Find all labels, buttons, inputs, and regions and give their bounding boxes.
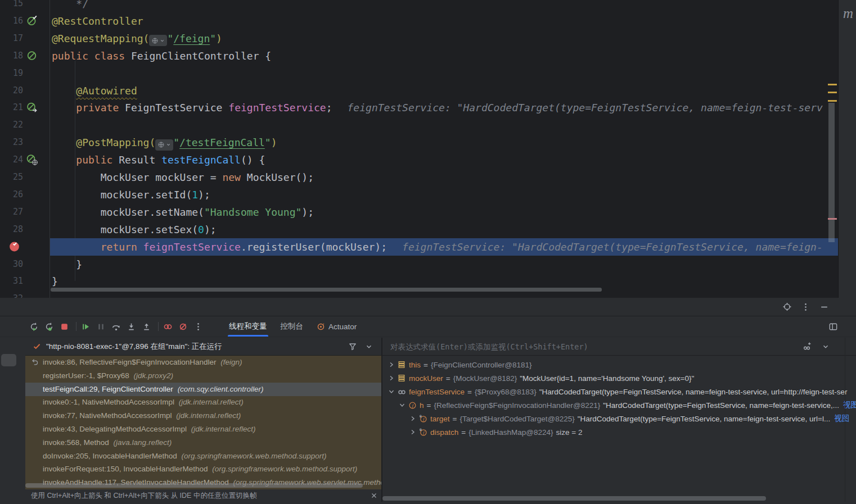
line-number[interactable]: 17 (0, 30, 23, 47)
line-number[interactable]: 15 (0, 0, 23, 12)
thread-selector[interactable]: "http-nio-8081-exec-1"@7,896 在组"main": 正… (25, 338, 381, 356)
bean-arrow-icon[interactable] (26, 101, 38, 113)
stop-icon[interactable] (60, 322, 69, 332)
code-line-25[interactable]: 25 MockUser mockUser = new MockUser(); (0, 169, 838, 186)
code-line-23[interactable]: 23 @PostMapping("/testFeignCall") (0, 134, 838, 151)
chevron-down-icon[interactable] (388, 388, 395, 395)
line-number[interactable]: 24 (0, 151, 23, 169)
stack-frame-row[interactable]: invoke:568, Method (java.lang.reflect) (25, 436, 381, 449)
line-number[interactable]: 20 (0, 82, 23, 99)
mute-breakpoints-icon[interactable] (178, 322, 188, 332)
code-line-27[interactable]: 27 mockUser.setName("Handsome Young"); (0, 203, 838, 221)
minimize-icon[interactable] (819, 302, 829, 312)
code-line-16[interactable]: 16@RestController (0, 12, 838, 30)
stack-frame-row[interactable]: testFeignCall:29, FeignClientController … (25, 383, 381, 396)
variable-row-feignTestService[interactable]: feignTestService={$Proxy68@8183}"HardCod… (382, 385, 856, 398)
layout-icon[interactable] (828, 322, 838, 332)
line-number[interactable]: 30 (0, 256, 23, 273)
step-into-icon[interactable] (127, 322, 136, 332)
editor-vertical-scrollbar[interactable] (828, 103, 835, 242)
stack-frame-row[interactable]: invoke:77, NativeMethodAccessorImpl (jdk… (25, 409, 381, 423)
toolwindow-stripe-button[interactable] (1, 354, 16, 366)
chevron-right-icon[interactable] (388, 361, 395, 368)
code-line-29[interactable]: return feignTestService.registerUser(moc… (0, 238, 838, 256)
code-line-19[interactable]: 19 (0, 65, 838, 82)
stack-frame-row[interactable]: invoke0:-1, NativeMethodAccessorImpl (jd… (25, 396, 381, 409)
stack-frame-row[interactable]: invokeForRequest:150, InvocableHandlerMe… (25, 462, 381, 476)
code-line-26[interactable]: 26 mockUser.setId(1); (0, 186, 838, 203)
settings-target-icon[interactable] (782, 302, 792, 312)
filter-icon[interactable] (348, 342, 357, 351)
editor-horizontal-scrollbar[interactable] (51, 288, 602, 292)
chevron-down-icon[interactable] (399, 402, 406, 408)
vars-horizontal-scrollbar[interactable] (382, 496, 766, 501)
line-number[interactable]: 28 (0, 221, 23, 238)
step-out-icon[interactable] (142, 322, 151, 332)
stack-frame-row[interactable]: registerUser:-1, $Proxy68 (jdk.proxy2) (25, 369, 381, 383)
code-line-20[interactable]: 20 @Autowired (0, 82, 838, 99)
line-number[interactable]: 23 (0, 134, 23, 151)
code-line-21[interactable]: 21 private FeignTestService feignTestSer… (0, 99, 838, 116)
variable-row-dispatch[interactable]: fdispatch={LinkedHashMap@8224}size = 2 (382, 425, 856, 439)
stack-frame-row[interactable]: invoke:86, ReflectiveFeign$FeignInvocati… (25, 356, 381, 369)
code-line-24[interactable]: 24 public Result testFeignCall() { (0, 151, 838, 169)
breakpoint-icon[interactable] (8, 240, 21, 253)
chevron-down-icon[interactable] (364, 342, 373, 351)
line-number[interactable]: 22 (0, 116, 23, 134)
code-line-15[interactable]: 15 */ (0, 0, 838, 12)
code-token: Result (119, 154, 161, 166)
rerun-icon[interactable] (29, 322, 39, 332)
view-breakpoints-icon[interactable] (163, 322, 173, 332)
tab-控制台[interactable]: 控制台 (274, 316, 310, 337)
variable-row-this[interactable]: this={FeignClientController@8181} (382, 358, 856, 371)
code-editor[interactable]: 15 */16@RestController17@RequestMapping(… (0, 0, 838, 298)
bean-globe-icon[interactable] (26, 153, 38, 166)
stack-frame-row[interactable]: doInvoke:205, InvocableHandlerMethod (or… (25, 449, 381, 463)
line-number[interactable]: 31 (0, 273, 23, 290)
code-line-18[interactable]: 18public class FeignClientController { (0, 47, 838, 65)
code-line-28[interactable]: 28 mockUser.setSex(0); (0, 221, 838, 238)
line-number[interactable]: 19 (0, 65, 23, 82)
breakpoint-stripe-mark[interactable] (828, 218, 837, 220)
code-line-17[interactable]: 17@RequestMapping("/feign") (0, 30, 838, 47)
tab-线程和变量[interactable]: 线程和变量 (222, 316, 274, 337)
variable-row-mockUser[interactable]: mockUser={MockUser@8182}"MockUser{id=1, … (382, 371, 856, 385)
code-token: public (76, 154, 119, 166)
url-mapping-inlay[interactable] (149, 35, 167, 46)
line-number[interactable]: 26 (0, 186, 23, 203)
line-number[interactable]: 21 (0, 99, 23, 116)
stack-frame-row[interactable]: invoke:43, DelegatingMethodAccessorImpl … (25, 423, 381, 436)
variable-row-h[interactable]: fh={ReflectiveFeign$FeignInvocationHandl… (382, 398, 856, 412)
line-number[interactable]: 18 (0, 47, 23, 65)
chevron-right-icon[interactable] (388, 375, 395, 382)
bean-check-icon[interactable] (26, 15, 38, 27)
variable-row-target[interactable]: ftarget={Target$HardCodedTarget@8225}"Ha… (382, 412, 856, 425)
tab-Actuator[interactable]: Actuator (310, 316, 363, 337)
pause-icon[interactable] (96, 322, 106, 332)
line-number[interactable]: 25 (0, 169, 23, 186)
rerun-debug-icon[interactable] (44, 322, 54, 332)
frames-horizontal-scrollbar[interactable] (25, 483, 363, 488)
variable-value: "HardCodedTarget(type=FeignTestService, … (578, 415, 830, 423)
add-watch-icon[interactable] (803, 342, 812, 351)
warning-stripe-mark[interactable] (828, 84, 837, 85)
step-over-icon[interactable] (111, 322, 121, 332)
evaluate-expression-input[interactable] (389, 342, 803, 352)
warning-stripe-mark[interactable] (828, 100, 837, 102)
line-number[interactable]: 32 (0, 290, 23, 298)
chevron-right-icon[interactable] (409, 429, 416, 435)
code-line-30[interactable]: 30 } (0, 256, 838, 273)
line-number[interactable]: 16 (0, 12, 23, 30)
resume-icon[interactable] (81, 322, 91, 332)
close-icon[interactable] (370, 492, 378, 500)
warning-stripe-mark[interactable] (828, 92, 837, 93)
more-icon[interactable] (193, 322, 203, 332)
line-number[interactable]: 27 (0, 203, 23, 221)
bean-icon[interactable] (26, 49, 38, 62)
url-mapping-inlay[interactable] (155, 139, 173, 151)
view-link[interactable]: 视图 (834, 414, 849, 424)
chevron-right-icon[interactable] (409, 415, 416, 422)
more-icon[interactable] (801, 302, 810, 312)
chevron-down-icon[interactable] (821, 342, 830, 351)
code-line-22[interactable]: 22 (0, 116, 838, 134)
